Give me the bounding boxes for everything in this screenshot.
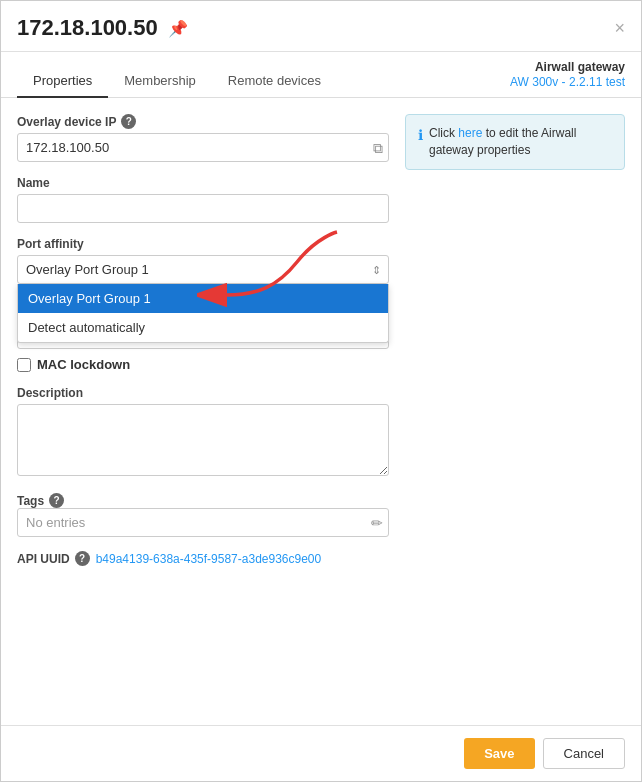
- tags-input-wrapper: No entries ✏: [17, 508, 389, 537]
- gateway-info: Airwall gateway AW 300v - 2.2.11 test: [510, 52, 625, 97]
- pin-icon[interactable]: 📌: [168, 19, 188, 38]
- form-content: Overlay device IP ? ⧉ Name Port affinity: [1, 98, 641, 725]
- dropdown-item-detect-automatically[interactable]: Detect automatically: [18, 313, 388, 342]
- title-bar-left: 172.18.100.50 📌: [17, 15, 188, 41]
- description-label: Description: [17, 386, 389, 400]
- title-bar: 172.18.100.50 📌 ×: [1, 1, 641, 52]
- port-affinity-dropdown: Overlay Port Group 1 Detect automaticall…: [17, 284, 389, 343]
- tags-placeholder: No entries: [26, 515, 85, 530]
- tab-remote-devices[interactable]: Remote devices: [212, 65, 337, 98]
- api-uuid-group: API UUID ? b49a4139-638a-435f-9587-a3de9…: [17, 551, 389, 566]
- close-icon[interactable]: ×: [614, 18, 625, 39]
- gateway-link[interactable]: AW 300v - 2.2.11 test: [510, 75, 625, 89]
- main-window: 172.18.100.50 📌 × Properties Membership …: [0, 0, 642, 782]
- port-affinity-select-wrapper: Overlay Port Group 1 Detect automaticall…: [17, 255, 389, 284]
- window-title: 172.18.100.50: [17, 15, 158, 41]
- description-input[interactable]: [17, 404, 389, 476]
- overlay-device-ip-label: Overlay device IP ?: [17, 114, 389, 129]
- name-input[interactable]: [17, 194, 389, 223]
- copy-icon[interactable]: ⧉: [373, 139, 383, 156]
- description-group: Description: [17, 386, 389, 479]
- tags-group: Tags ? No entries ✏: [17, 493, 389, 537]
- tags-help-icon[interactable]: ?: [49, 493, 64, 508]
- dropdown-item-overlay-port-group-1[interactable]: Overlay Port Group 1: [18, 284, 388, 313]
- overlay-device-ip-group: Overlay device IP ? ⧉: [17, 114, 389, 162]
- tab-bar: Properties Membership Remote devices Air…: [1, 52, 641, 98]
- tab-properties[interactable]: Properties: [17, 65, 108, 98]
- mac-lockdown-checkbox[interactable]: [17, 358, 31, 372]
- port-affinity-select[interactable]: Overlay Port Group 1 Detect automaticall…: [17, 255, 389, 284]
- mac-lockdown-group: MAC lockdown: [17, 357, 389, 372]
- api-uuid-label: API UUID ?: [17, 551, 90, 566]
- overlay-device-ip-input[interactable]: [17, 133, 389, 162]
- tab-membership[interactable]: Membership: [108, 65, 212, 98]
- port-affinity-group: Port affinity Overlay Port Group 1 Detec…: [17, 237, 389, 284]
- info-icon: ℹ: [418, 126, 423, 159]
- cancel-button[interactable]: Cancel: [543, 738, 625, 769]
- form-footer: Save Cancel: [1, 725, 641, 781]
- api-uuid-value: b49a4139-638a-435f-9587-a3de936c9e00: [96, 552, 322, 566]
- info-box: ℹ Click here to edit the Airwall gateway…: [405, 114, 625, 170]
- name-group: Name: [17, 176, 389, 223]
- tags-field[interactable]: No entries: [17, 508, 389, 537]
- tags-edit-icon[interactable]: ✏: [371, 515, 383, 531]
- api-uuid-help-icon[interactable]: ?: [75, 551, 90, 566]
- mac-lockdown-label: MAC lockdown: [37, 357, 130, 372]
- name-label: Name: [17, 176, 389, 190]
- right-column: ℹ Click here to edit the Airwall gateway…: [405, 114, 625, 566]
- gateway-label: Airwall gateway: [510, 60, 625, 74]
- overlay-device-ip-help-icon[interactable]: ?: [121, 114, 136, 129]
- save-button[interactable]: Save: [464, 738, 534, 769]
- main-row: Overlay device IP ? ⧉ Name Port affinity: [17, 114, 625, 566]
- tags-label: Tags ?: [17, 493, 389, 508]
- info-box-link[interactable]: here: [458, 126, 482, 140]
- port-affinity-label: Port affinity: [17, 237, 389, 251]
- info-text: Click here to edit the Airwall gateway p…: [429, 125, 612, 159]
- overlay-device-ip-input-wrapper: ⧉: [17, 133, 389, 162]
- left-column: Overlay device IP ? ⧉ Name Port affinity: [17, 114, 389, 566]
